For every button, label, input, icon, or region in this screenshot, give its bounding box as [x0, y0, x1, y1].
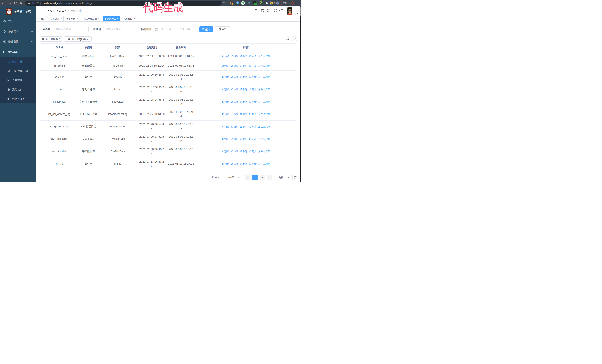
svg-text:on: on — [255, 3, 257, 5]
svg-text:1: 1 — [232, 3, 233, 5]
